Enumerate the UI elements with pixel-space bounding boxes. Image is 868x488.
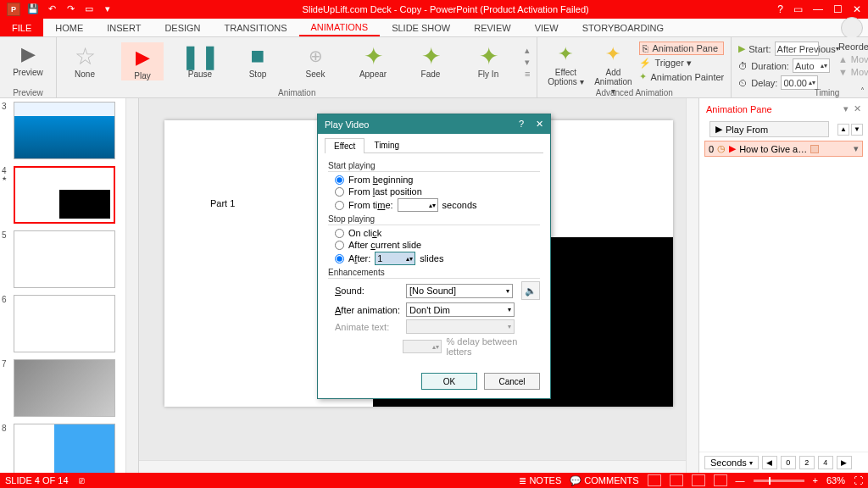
comments-button[interactable]: 💬 COMMENTS bbox=[570, 475, 638, 486]
ok-button[interactable]: OK bbox=[421, 373, 477, 390]
animation-gallery-more[interactable]: ▴▾≡ bbox=[525, 42, 530, 80]
radio-on-click[interactable] bbox=[335, 229, 344, 238]
thumb-7[interactable]: 7 bbox=[0, 356, 138, 420]
media-pause[interactable]: ❚❚Pause bbox=[179, 42, 221, 80]
tab-storyboarding[interactable]: STORYBOARDING bbox=[570, 19, 676, 36]
thumb-6[interactable]: 6 bbox=[0, 291, 138, 356]
slideshow-view-icon[interactable] bbox=[714, 474, 727, 486]
fit-to-window-icon[interactable]: ⛶ bbox=[854, 475, 863, 485]
add-animation-button[interactable]: ✦Add Animation ▾ bbox=[592, 39, 634, 96]
effect-options-button[interactable]: ✦Effect Options ▾ bbox=[544, 39, 587, 96]
media-stop[interactable]: ■Stop bbox=[236, 42, 279, 80]
zoom-value[interactable]: 63% bbox=[826, 475, 845, 485]
pane-dropdown-icon[interactable]: ▾ bbox=[843, 103, 849, 114]
animation-painter-button[interactable]: ✦Animation Painter bbox=[639, 71, 724, 82]
tab-transitions[interactable]: TRANSITIONS bbox=[213, 19, 299, 36]
save-icon[interactable]: 💾 bbox=[27, 3, 39, 14]
account-icon[interactable] bbox=[841, 17, 863, 39]
opt-on-click[interactable]: On click bbox=[335, 228, 540, 238]
sound-select[interactable]: [No Sound]▾ bbox=[406, 284, 513, 298]
qat-customize-icon[interactable]: ▾ bbox=[102, 3, 114, 14]
after-animation-select[interactable]: Don't Dim▾ bbox=[406, 302, 515, 317]
opt-after-current[interactable]: After current slide bbox=[335, 240, 540, 250]
undo-icon[interactable]: ↶ bbox=[46, 3, 58, 14]
dialog-help-icon[interactable]: ? bbox=[519, 119, 524, 130]
thumbs-scrollbar[interactable] bbox=[125, 98, 138, 473]
opt-from-time[interactable]: From time:▴▾seconds bbox=[335, 198, 540, 212]
from-time-input[interactable]: ▴▾ bbox=[398, 198, 438, 212]
thumb-8[interactable]: 8 bbox=[0, 420, 138, 473]
spellcheck-icon[interactable]: ⎚ bbox=[79, 475, 85, 485]
preview-button[interactable]: ▶ Preview bbox=[7, 39, 49, 77]
seconds-toggle[interactable]: Seconds▾ bbox=[704, 456, 759, 469]
tab-effect[interactable]: Effect bbox=[325, 138, 364, 153]
start-from-beginning-icon[interactable]: ▭ bbox=[83, 3, 95, 14]
maximize-icon[interactable]: ☐ bbox=[833, 3, 843, 15]
tab-insert[interactable]: INSERT bbox=[95, 19, 153, 36]
radio-after[interactable] bbox=[335, 254, 344, 263]
tab-animations[interactable]: ANIMATIONS bbox=[299, 19, 381, 36]
editor-hscrollbar[interactable] bbox=[139, 460, 686, 473]
close-icon[interactable]: ✕ bbox=[853, 3, 861, 15]
opt-from-last[interactable]: From last position bbox=[335, 186, 540, 197]
timeline-bar[interactable] bbox=[810, 145, 819, 153]
tab-view[interactable]: VIEW bbox=[523, 19, 570, 36]
radio-from-time[interactable] bbox=[335, 201, 344, 210]
play-from-button[interactable]: ▶Play From bbox=[709, 121, 829, 137]
tab-home[interactable]: HOME bbox=[43, 19, 95, 36]
editor-vscrollbar[interactable] bbox=[686, 98, 698, 473]
zoom-out-button[interactable]: — bbox=[736, 475, 745, 485]
radio-from-last[interactable] bbox=[335, 187, 344, 197]
ribbon-options-icon[interactable]: ▭ bbox=[793, 3, 803, 15]
opt-from-beginning[interactable]: From beginning bbox=[335, 175, 540, 185]
move-later-button[interactable]: ▼Move Later bbox=[838, 67, 868, 77]
zoom-in-button[interactable]: + bbox=[813, 475, 818, 485]
sorter-view-icon[interactable] bbox=[670, 474, 683, 486]
sound-preview-button[interactable]: 🔈 bbox=[521, 281, 540, 300]
thumb-5[interactable]: 5 bbox=[0, 227, 138, 291]
zoom-slider[interactable] bbox=[754, 480, 804, 482]
radio-from-beginning[interactable] bbox=[335, 175, 344, 185]
reorder-down-button[interactable]: ▼ bbox=[851, 124, 863, 136]
normal-view-icon[interactable] bbox=[648, 474, 661, 486]
media-seek[interactable]: ⊕Seek bbox=[294, 42, 337, 80]
trigger-button[interactable]: ⚡Trigger ▾ bbox=[639, 58, 724, 69]
minimize-icon[interactable]: — bbox=[813, 3, 823, 15]
dialog-titlebar[interactable]: Play Video ?✕ bbox=[318, 114, 550, 134]
timeline-0[interactable]: 0 bbox=[781, 456, 796, 469]
emphasis-none[interactable]: ☆None bbox=[64, 42, 106, 80]
redo-icon[interactable]: ↷ bbox=[64, 3, 76, 14]
move-earlier-button[interactable]: ▲Move Earlier bbox=[838, 54, 868, 64]
entrance-appear[interactable]: ✦Appear bbox=[352, 42, 394, 80]
start-select[interactable]: After Previous▾ bbox=[775, 42, 819, 56]
animation-pane-button[interactable]: ⎘Animation Pane bbox=[639, 42, 724, 55]
animation-item-0[interactable]: 0 ◷ ▶ How to Give a… ▾ bbox=[704, 141, 863, 157]
radio-after-current[interactable] bbox=[335, 241, 344, 250]
collapse-ribbon-icon[interactable]: ˄ bbox=[860, 86, 865, 96]
pane-close-icon[interactable]: ✕ bbox=[854, 103, 861, 114]
timeline-prev[interactable]: ◀ bbox=[762, 456, 777, 469]
thumb-4[interactable]: 4 bbox=[0, 163, 138, 227]
help-icon[interactable]: ? bbox=[777, 3, 783, 15]
timeline-4[interactable]: 4 bbox=[818, 456, 833, 469]
tab-design[interactable]: DESIGN bbox=[153, 19, 212, 36]
media-play[interactable]: ▶Play bbox=[121, 42, 164, 80]
dialog-close-icon[interactable]: ✕ bbox=[536, 119, 543, 130]
tab-timing[interactable]: Timing bbox=[364, 137, 409, 152]
reorder-up-button[interactable]: ▲ bbox=[837, 124, 849, 136]
timeline-2[interactable]: 2 bbox=[799, 456, 815, 469]
tab-review[interactable]: REVIEW bbox=[462, 19, 522, 36]
entrance-fade[interactable]: ✦Fade bbox=[409, 42, 452, 80]
thumb-3[interactable]: 3 bbox=[0, 98, 138, 163]
after-slides-input[interactable]: 1▴▾ bbox=[375, 252, 415, 265]
reading-view-icon[interactable] bbox=[692, 474, 705, 486]
cancel-button[interactable]: Cancel bbox=[484, 373, 540, 390]
timeline-next[interactable]: ▶ bbox=[837, 456, 852, 469]
entrance-flyin[interactable]: ✦Fly In bbox=[467, 42, 509, 80]
tab-slideshow[interactable]: SLIDE SHOW bbox=[380, 19, 462, 36]
notes-button[interactable]: ≣ NOTES bbox=[519, 475, 561, 486]
slide-counter[interactable]: SLIDE 4 OF 14 bbox=[5, 475, 69, 485]
duration-input[interactable]: Auto▴▾ bbox=[793, 58, 830, 73]
tab-file[interactable]: FILE bbox=[0, 19, 43, 36]
opt-after[interactable]: After:1▴▾slides bbox=[335, 252, 540, 265]
